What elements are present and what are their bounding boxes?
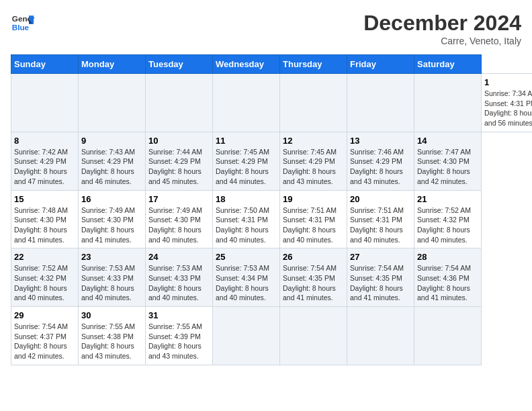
day-info: Sunrise: 7:49 AMSunset: 4:30 PMDaylight:…: [81, 206, 135, 244]
calendar-day-13: 13Sunrise: 7:46 AMSunset: 4:29 PMDayligh…: [347, 132, 414, 190]
calendar-day-28: 28Sunrise: 7:54 AMSunset: 4:36 PMDayligh…: [414, 248, 482, 307]
day-info: Sunrise: 7:34 AMSunset: 4:31 PMDaylight:…: [484, 89, 532, 127]
calendar-day-22: 22Sunrise: 7:52 AMSunset: 4:32 PMDayligh…: [11, 248, 79, 307]
day-number: 10: [148, 136, 210, 146]
day-number: 14: [417, 136, 478, 146]
calendar-day-15: 15Sunrise: 7:48 AMSunset: 4:30 PMDayligh…: [11, 190, 79, 248]
calendar-day-31: 31Sunrise: 7:55 AMSunset: 4:39 PMDayligh…: [146, 307, 213, 365]
calendar-week-row: 1Sunrise: 7:34 AMSunset: 4:31 PMDaylight…: [11, 74, 533, 132]
calendar-empty-cell: [414, 307, 482, 365]
calendar-empty-cell: [213, 74, 280, 132]
calendar-day-10: 10Sunrise: 7:44 AMSunset: 4:29 PMDayligh…: [146, 132, 213, 190]
day-number: 30: [81, 310, 142, 320]
calendar-day-12: 12Sunrise: 7:45 AMSunset: 4:29 PMDayligh…: [280, 132, 347, 190]
calendar-day-26: 26Sunrise: 7:54 AMSunset: 4:35 PMDayligh…: [280, 248, 347, 307]
day-info: Sunrise: 7:49 AMSunset: 4:30 PMDaylight:…: [148, 206, 202, 244]
day-info: Sunrise: 7:45 AMSunset: 4:29 PMDaylight:…: [216, 148, 269, 185]
calendar-week-row: 8Sunrise: 7:42 AMSunset: 4:29 PMDaylight…: [11, 132, 533, 190]
day-number: 19: [283, 194, 344, 204]
day-info: Sunrise: 7:53 AMSunset: 4:33 PMDaylight:…: [148, 264, 202, 302]
day-info: Sunrise: 7:52 AMSunset: 4:32 PMDaylight:…: [14, 264, 68, 302]
calendar-day-29: 29Sunrise: 7:54 AMSunset: 4:37 PMDayligh…: [11, 307, 79, 365]
calendar-week-row: 29Sunrise: 7:54 AMSunset: 4:37 PMDayligh…: [11, 307, 533, 365]
day-info: Sunrise: 7:52 AMSunset: 4:32 PMDaylight:…: [417, 206, 471, 244]
calendar-day-23: 23Sunrise: 7:53 AMSunset: 4:33 PMDayligh…: [79, 248, 146, 307]
calendar-empty-cell: [414, 74, 482, 132]
day-number: 9: [81, 136, 142, 146]
day-number: 29: [14, 310, 75, 320]
calendar-empty-cell: [213, 307, 280, 365]
calendar-day-17: 17Sunrise: 7:49 AMSunset: 4:30 PMDayligh…: [146, 190, 213, 248]
day-number: 15: [14, 194, 75, 204]
calendar-day-21: 21Sunrise: 7:52 AMSunset: 4:32 PMDayligh…: [414, 190, 482, 248]
header-friday: Friday: [347, 55, 414, 74]
calendar-day-18: 18Sunrise: 7:50 AMSunset: 4:31 PMDayligh…: [213, 190, 280, 248]
day-info: Sunrise: 7:47 AMSunset: 4:30 PMDaylight:…: [417, 148, 471, 185]
calendar-empty-cell: [11, 74, 79, 132]
day-info: Sunrise: 7:51 AMSunset: 4:31 PMDaylight:…: [283, 206, 337, 244]
day-number: 18: [216, 194, 277, 204]
svg-text:Blue: Blue: [12, 23, 30, 32]
header-wednesday: Wednesday: [213, 55, 280, 74]
calendar-empty-cell: [347, 74, 414, 132]
calendar-day-8: 8Sunrise: 7:42 AMSunset: 4:29 PMDaylight…: [11, 132, 79, 190]
calendar-day-19: 19Sunrise: 7:51 AMSunset: 4:31 PMDayligh…: [280, 190, 347, 248]
day-number: 24: [148, 252, 210, 262]
calendar-day-16: 16Sunrise: 7:49 AMSunset: 4:30 PMDayligh…: [79, 190, 146, 248]
logo-icon: General Blue: [11, 11, 35, 35]
day-number: 31: [148, 310, 210, 320]
calendar-empty-cell: [280, 307, 347, 365]
calendar-day-9: 9Sunrise: 7:43 AMSunset: 4:29 PMDaylight…: [79, 132, 146, 190]
calendar-day-20: 20Sunrise: 7:51 AMSunset: 4:31 PMDayligh…: [347, 190, 414, 248]
day-info: Sunrise: 7:45 AMSunset: 4:29 PMDaylight:…: [283, 148, 337, 185]
day-info: Sunrise: 7:42 AMSunset: 4:29 PMDaylight:…: [14, 148, 68, 185]
main-title: December 2024: [363, 11, 521, 36]
day-info: Sunrise: 7:48 AMSunset: 4:30 PMDaylight:…: [14, 206, 68, 244]
day-info: Sunrise: 7:50 AMSunset: 4:31 PMDaylight:…: [216, 206, 269, 244]
day-info: Sunrise: 7:53 AMSunset: 4:34 PMDaylight:…: [216, 264, 269, 302]
subtitle: Carre, Veneto, Italy: [363, 36, 521, 46]
day-info: Sunrise: 7:54 AMSunset: 4:35 PMDaylight:…: [283, 264, 337, 302]
day-number: 1: [484, 77, 532, 87]
calendar-day-30: 30Sunrise: 7:55 AMSunset: 4:38 PMDayligh…: [79, 307, 146, 365]
calendar-empty-cell: [79, 74, 146, 132]
header-saturday: Saturday: [414, 55, 482, 74]
calendar-day-24: 24Sunrise: 7:53 AMSunset: 4:33 PMDayligh…: [146, 248, 213, 307]
day-number: 27: [350, 252, 411, 262]
day-number: 8: [14, 136, 75, 146]
calendar-empty-cell: [280, 74, 347, 132]
logo: General Blue: [11, 11, 35, 35]
header-thursday: Thursday: [280, 55, 347, 74]
day-info: Sunrise: 7:54 AMSunset: 4:37 PMDaylight:…: [14, 322, 68, 360]
header-tuesday: Tuesday: [146, 55, 213, 74]
day-info: Sunrise: 7:46 AMSunset: 4:29 PMDaylight:…: [350, 148, 404, 185]
day-number: 26: [283, 252, 344, 262]
calendar-empty-cell: [347, 307, 414, 365]
calendar-day-11: 11Sunrise: 7:45 AMSunset: 4:29 PMDayligh…: [213, 132, 280, 190]
calendar-week-row: 15Sunrise: 7:48 AMSunset: 4:30 PMDayligh…: [11, 190, 533, 248]
calendar-empty-cell: [146, 74, 213, 132]
day-number: 13: [350, 136, 411, 146]
title-block: December 2024 Carre, Veneto, Italy: [363, 11, 521, 46]
day-number: 17: [148, 194, 210, 204]
day-number: 25: [216, 252, 277, 262]
day-info: Sunrise: 7:55 AMSunset: 4:38 PMDaylight:…: [81, 322, 135, 360]
day-number: 16: [81, 194, 142, 204]
calendar-week-row: 22Sunrise: 7:52 AMSunset: 4:32 PMDayligh…: [11, 248, 533, 307]
day-info: Sunrise: 7:44 AMSunset: 4:29 PMDaylight:…: [148, 148, 202, 185]
day-number: 28: [417, 252, 478, 262]
day-info: Sunrise: 7:55 AMSunset: 4:39 PMDaylight:…: [148, 322, 202, 360]
calendar-day-25: 25Sunrise: 7:53 AMSunset: 4:34 PMDayligh…: [213, 248, 280, 307]
day-number: 12: [283, 136, 344, 146]
calendar-day-27: 27Sunrise: 7:54 AMSunset: 4:35 PMDayligh…: [347, 248, 414, 307]
page-header: General Blue December 2024 Carre, Veneto…: [11, 11, 521, 46]
day-info: Sunrise: 7:51 AMSunset: 4:31 PMDaylight:…: [350, 206, 404, 244]
calendar-header-row: SundayMondayTuesdayWednesdayThursdayFrid…: [11, 55, 533, 74]
day-number: 23: [81, 252, 142, 262]
calendar-day-14: 14Sunrise: 7:47 AMSunset: 4:30 PMDayligh…: [414, 132, 482, 190]
calendar-day-1: 1Sunrise: 7:34 AMSunset: 4:31 PMDaylight…: [482, 74, 533, 132]
day-info: Sunrise: 7:54 AMSunset: 4:35 PMDaylight:…: [350, 264, 404, 302]
day-info: Sunrise: 7:54 AMSunset: 4:36 PMDaylight:…: [417, 264, 471, 302]
header-sunday: Sunday: [11, 55, 79, 74]
day-number: 11: [216, 136, 277, 146]
